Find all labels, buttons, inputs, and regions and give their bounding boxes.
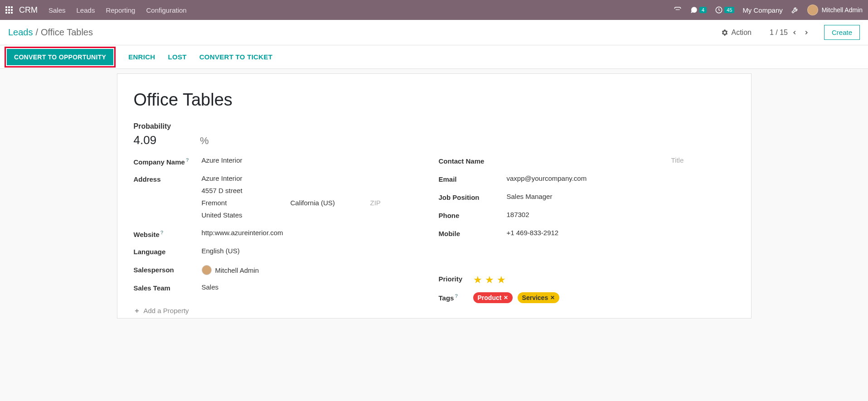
contact-label: Contact Name — [439, 156, 507, 165]
probability-value[interactable]: 4.09 — [134, 133, 157, 147]
pager-next-icon[interactable] — [801, 28, 811, 38]
help-icon[interactable]: ? — [455, 293, 458, 299]
highlight-annotation: CONVERT TO OPPORTUNITY — [5, 47, 116, 68]
nav-configuration[interactable]: Configuration — [146, 6, 186, 14]
salesperson-avatar-icon — [202, 265, 212, 275]
sales-team-label: Sales Team — [134, 283, 202, 292]
status-bar: CONVERT TO OPPORTUNITY ENRICH LOST CONVE… — [0, 45, 868, 69]
address-state[interactable]: California (US) — [291, 199, 370, 207]
convert-ticket-button[interactable]: CONVERT TO TICKET — [199, 53, 273, 61]
action-label: Action — [731, 29, 751, 37]
tag-services[interactable]: Services✕ — [518, 292, 560, 303]
app-brand: CRM — [19, 5, 38, 15]
chat-badge: 4 — [699, 7, 707, 13]
address-zip[interactable]: ZIP — [370, 199, 381, 207]
salesperson-value[interactable]: Mitchell Admin — [202, 265, 430, 275]
breadcrumb-parent[interactable]: Leads — [8, 27, 33, 38]
clock-icon[interactable]: 45 — [715, 6, 734, 14]
salesperson-label: Salesperson — [134, 265, 202, 274]
address-country[interactable]: United States — [202, 211, 430, 219]
email-label: Email — [439, 174, 507, 183]
help-icon[interactable]: ? — [160, 230, 164, 235]
nav-links: Sales Leads Reporting Configuration — [48, 6, 674, 14]
language-value[interactable]: English (US) — [202, 247, 430, 255]
convert-opportunity-button[interactable]: CONVERT TO OPPORTUNITY — [7, 49, 113, 65]
address-name[interactable]: Azure Interior — [202, 174, 430, 182]
chat-icon[interactable]: 4 — [690, 6, 707, 14]
add-property-button[interactable]: Add a Property — [134, 307, 430, 314]
company-selector[interactable]: My Company — [742, 6, 782, 14]
enrich-button[interactable]: ENRICH — [128, 53, 155, 61]
nav-leads[interactable]: Leads — [77, 6, 95, 14]
company-value[interactable]: Azure Interior — [202, 156, 430, 164]
nav-sales[interactable]: Sales — [48, 6, 66, 14]
form-scroll[interactable]: Office Tables Probability 4.09 % Company… — [0, 69, 868, 401]
website-value[interactable]: http:www.azureinterior.com — [202, 229, 430, 237]
breadcrumb: Leads / Office Tables — [8, 27, 721, 38]
company-label: Company Name? — [134, 156, 202, 166]
phone-icon[interactable] — [674, 6, 682, 14]
pager: 1 / 15 — [770, 28, 811, 38]
top-nav: CRM Sales Leads Reporting Configuration … — [0, 0, 868, 20]
star-icon[interactable]: ★ — [497, 274, 506, 286]
help-icon[interactable]: ? — [186, 157, 189, 163]
form-sheet: Office Tables Probability 4.09 % Company… — [117, 73, 752, 319]
star-icon[interactable]: ★ — [485, 274, 494, 286]
add-property-label: Add a Property — [144, 307, 189, 314]
probability-label: Probability — [134, 122, 735, 130]
address-street[interactable]: 4557 D street — [202, 187, 430, 194]
tags-value[interactable]: Product✕ Services✕ — [473, 292, 735, 303]
lost-button[interactable]: LOST — [168, 53, 186, 61]
salesperson-name: Mitchell Admin — [215, 266, 259, 274]
left-column: Company Name? Azure Interior Address Azu… — [134, 156, 430, 314]
star-icon[interactable]: ★ — [473, 274, 482, 286]
sales-team-value[interactable]: Sales — [202, 283, 430, 291]
address-block[interactable]: Azure Interior 4557 D street Fremont Cal… — [202, 174, 430, 223]
priority-stars[interactable]: ★ ★ ★ — [473, 274, 735, 286]
breadcrumb-current: Office Tables — [41, 27, 93, 38]
create-button[interactable]: Create — [824, 25, 860, 40]
language-label: Language — [134, 247, 202, 256]
address-label: Address — [134, 174, 202, 183]
clock-badge: 45 — [724, 7, 734, 13]
action-menu[interactable]: Action — [721, 29, 751, 37]
phone-label: Phone — [439, 211, 507, 219]
mobile-value[interactable]: +1 469-833-2912 — [507, 229, 735, 237]
nav-right: 4 45 My Company Mitchell Admin — [674, 5, 863, 15]
nav-reporting[interactable]: Reporting — [106, 6, 135, 14]
job-label: Job Position — [439, 193, 507, 201]
tag-product[interactable]: Product✕ — [473, 292, 513, 303]
probability-percent: % — [200, 135, 209, 147]
tools-icon[interactable] — [791, 6, 799, 14]
user-menu[interactable]: Mitchell Admin — [807, 5, 863, 15]
job-value[interactable]: Sales Manager — [507, 193, 735, 200]
address-city[interactable]: Fremont — [202, 199, 291, 207]
user-name: Mitchell Admin — [822, 6, 863, 14]
breadcrumb-separator: / — [36, 27, 39, 38]
breadcrumb-bar: Leads / Office Tables Action 1 / 15 Crea… — [0, 20, 868, 45]
tag-remove-icon[interactable]: ✕ — [504, 295, 508, 301]
website-label: Website? — [134, 229, 202, 238]
priority-label: Priority — [439, 274, 473, 283]
apps-icon[interactable] — [5, 6, 13, 14]
pager-prev-icon[interactable] — [790, 28, 800, 38]
title-input[interactable]: Title — [671, 156, 735, 164]
right-column: Contact Name Title Email vaxpp@yourcompa… — [439, 156, 735, 314]
mobile-label: Mobile — [439, 229, 507, 237]
email-value[interactable]: vaxpp@yourcompany.com — [507, 174, 735, 182]
phone-value[interactable]: 187302 — [507, 211, 735, 218]
pager-text[interactable]: 1 / 15 — [770, 29, 788, 37]
record-title[interactable]: Office Tables — [134, 90, 735, 110]
user-avatar-icon — [807, 5, 818, 15]
tag-remove-icon[interactable]: ✕ — [550, 295, 555, 301]
tags-label: Tags? — [439, 292, 473, 302]
